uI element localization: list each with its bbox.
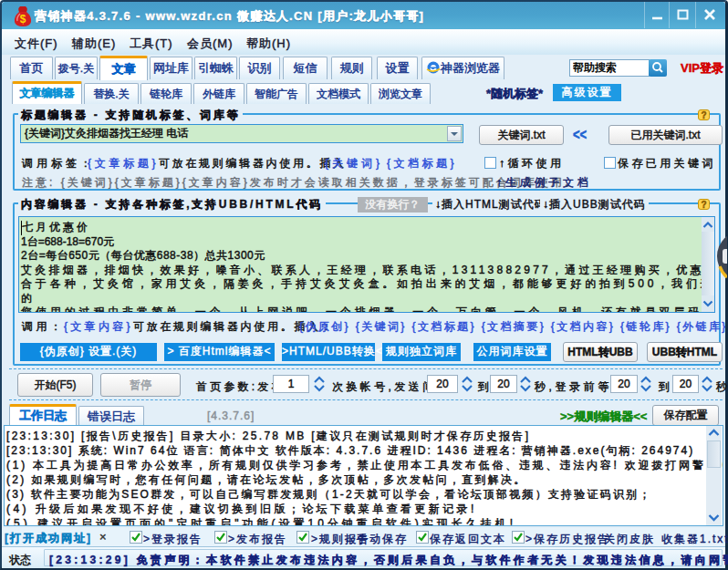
svg-text:$: $ xyxy=(20,13,26,26)
